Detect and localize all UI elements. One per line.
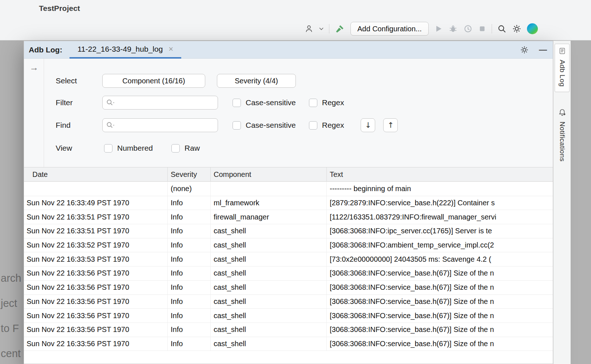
case-sensitive-checkbox[interactable] xyxy=(233,99,241,107)
android-studio-logo-icon[interactable] xyxy=(527,23,538,34)
cell-component: ml_framework xyxy=(211,196,327,210)
numbered-checkbox[interactable] xyxy=(104,144,112,153)
column-header-date[interactable]: Date xyxy=(24,167,168,181)
cell-text: [3068:3068:INFO:service_base.h(67)] Size… xyxy=(327,266,553,280)
cell-severity: Info xyxy=(168,281,211,294)
find-next-button[interactable]: ↓ xyxy=(361,118,375,132)
cell-text: [3068:3068:INFO:service_base.h(67)] Size… xyxy=(327,323,553,337)
add-configuration-button[interactable]: Add Configuration... xyxy=(350,22,429,36)
cell-component: firewall_manager xyxy=(211,210,327,224)
view-row: View Numbered Raw xyxy=(56,141,200,155)
filter-case-sensitive-group: Case-sensitive xyxy=(233,98,296,107)
side-tab-notifications-label: Notifications xyxy=(558,122,566,162)
filter-input[interactable] xyxy=(119,96,215,109)
regex-label: Regex xyxy=(322,98,344,107)
cell-component: cast_shell xyxy=(211,323,327,337)
cell-date: Sun Nov 22 16:33:51 PST 1970 xyxy=(24,224,168,238)
regex-checkbox[interactable] xyxy=(309,99,317,107)
background-text-fragment: ject xyxy=(1,297,17,309)
debug-bug-icon[interactable] xyxy=(448,24,458,33)
case-sensitive-label: Case-sensitive xyxy=(246,121,296,130)
table-row[interactable]: Sun Nov 22 16:33:52 PST 1970Infocast_she… xyxy=(24,238,553,253)
table-row[interactable]: Sun Nov 22 16:33:56 PST 1970Infocast_she… xyxy=(24,323,553,337)
collapse-arrow-icon[interactable]: → xyxy=(29,62,39,73)
case-sensitive-checkbox[interactable] xyxy=(233,121,241,130)
table-row[interactable]: Sun Nov 22 16:33:49 PST 1970Infoml_frame… xyxy=(24,196,553,210)
column-header-text[interactable]: Text xyxy=(327,167,553,181)
filter-row: Filter Case-sensitive Regex xyxy=(56,96,344,110)
find-case-sensitive-group: Case-sensitive xyxy=(233,121,296,130)
stop-icon[interactable] xyxy=(478,25,486,33)
cell-component: cast_shell xyxy=(211,281,327,294)
project-title: TestProject xyxy=(39,4,80,13)
cell-severity: Info xyxy=(168,323,211,337)
profiler-icon[interactable] xyxy=(463,24,473,33)
window-titlebar: TestProject Add Configuration... xyxy=(0,0,591,40)
background-text-fragment: arch xyxy=(1,272,21,284)
filter-label: Filter xyxy=(56,98,102,107)
cell-date: Sun Nov 22 16:33:49 PST 1970 xyxy=(24,196,168,210)
cell-component: cast_shell xyxy=(211,309,327,323)
user-profile-icon[interactable] xyxy=(304,24,314,33)
column-header-component[interactable]: Component xyxy=(211,167,327,181)
chevron-down-icon[interactable] xyxy=(319,27,324,30)
find-previous-button[interactable]: ↑ xyxy=(383,118,398,132)
table-row[interactable]: (none)--------- beginning of main xyxy=(24,182,553,196)
minimize-icon[interactable]: — xyxy=(539,45,547,55)
side-tab-adb-log[interactable]: Adb Log xyxy=(555,44,570,92)
screen: TestProject Add Configuration... xyxy=(0,0,591,364)
cell-severity: Info xyxy=(168,266,211,280)
cell-severity: Info xyxy=(168,238,211,252)
table-row[interactable]: Sun Nov 22 16:33:56 PST 1970Infocast_she… xyxy=(24,337,553,351)
column-header-severity[interactable]: Severity xyxy=(168,167,211,181)
cell-text: [1122/163351.083729:INFO:firewall_manage… xyxy=(327,210,553,224)
regex-checkbox[interactable] xyxy=(309,121,317,130)
table-row[interactable]: Sun Nov 22 16:33:56 PST 1970Infocast_she… xyxy=(24,309,553,323)
select-row: Select Component (16/16) Severity (4/4) xyxy=(56,74,296,88)
table-row[interactable]: Sun Nov 22 16:33:56 PST 1970Infocast_she… xyxy=(24,266,553,281)
build-hammer-icon[interactable] xyxy=(335,24,345,34)
severity-filter-button[interactable]: Severity (4/4) xyxy=(217,74,296,88)
table-row[interactable]: Sun Nov 22 16:33:51 PST 1970Infofirewall… xyxy=(24,210,553,224)
search-icon xyxy=(106,122,116,130)
find-input[interactable] xyxy=(119,119,215,132)
cell-severity: Info xyxy=(168,337,211,351)
numbered-group: Numbered xyxy=(104,144,153,153)
run-icon[interactable] xyxy=(434,24,443,33)
log-table-header: Date Severity Component Text xyxy=(24,167,553,182)
find-row: Find Case-sensitive Regex ↓ ↑ xyxy=(56,118,398,132)
case-sensitive-label: Case-sensitive xyxy=(246,98,296,107)
raw-label: Raw xyxy=(185,144,200,153)
search-everywhere-icon[interactable] xyxy=(497,24,507,33)
panel-settings-gear-icon[interactable] xyxy=(520,46,529,54)
toolbar-divider xyxy=(329,24,329,33)
cell-component: cast_shell xyxy=(211,295,327,309)
cell-date: Sun Nov 22 16:33:56 PST 1970 xyxy=(24,295,168,309)
cell-component: cast_shell xyxy=(211,252,327,266)
component-filter-button[interactable]: Component (16/16) xyxy=(102,74,205,88)
table-row[interactable]: Sun Nov 22 16:33:56 PST 1970Infocast_she… xyxy=(24,281,553,295)
cell-text: [3068:3068:INFO:service_base.h(67)] Size… xyxy=(327,309,553,323)
panel-toolbar: → Select Component (16/16) Severity (4/4… xyxy=(24,59,553,167)
table-row[interactable]: Sun Nov 22 16:33:51 PST 1970Infocast_she… xyxy=(24,224,553,238)
table-row[interactable]: Sun Nov 22 16:33:53 PST 1970Infocast_she… xyxy=(24,252,553,266)
cell-severity: Info xyxy=(168,252,211,266)
find-regex-group: Regex xyxy=(309,121,344,130)
cell-date: Sun Nov 22 16:33:53 PST 1970 xyxy=(24,252,168,266)
cell-text: [3068:3068:INFO:ipc_server.cc(1765)] Ser… xyxy=(327,224,553,238)
background-text-fragment: to F xyxy=(1,323,19,335)
log-file-tab[interactable]: 11-22_16-33-49_hub_log × xyxy=(70,41,181,59)
find-label: Find xyxy=(56,121,102,130)
settings-gear-icon[interactable] xyxy=(512,24,521,33)
raw-checkbox[interactable] xyxy=(171,144,180,153)
close-icon[interactable]: × xyxy=(168,45,173,53)
side-tab-notifications[interactable]: Notifications xyxy=(555,106,570,164)
regex-label: Regex xyxy=(322,121,344,130)
table-row[interactable]: Sun Nov 22 16:33:56 PST 1970Infocast_she… xyxy=(24,295,553,309)
cell-severity: (none) xyxy=(168,182,211,196)
adb-log-document-icon xyxy=(559,47,566,56)
log-file-tab-label: 11-22_16-33-49_hub_log xyxy=(78,45,163,54)
cell-text: [3068:3068:INFO:service_base.h(67)] Size… xyxy=(327,337,553,351)
panel-header-actions: — xyxy=(520,45,553,55)
cell-text: [3068:3068:INFO:ambient_temp_service_imp… xyxy=(327,238,553,252)
